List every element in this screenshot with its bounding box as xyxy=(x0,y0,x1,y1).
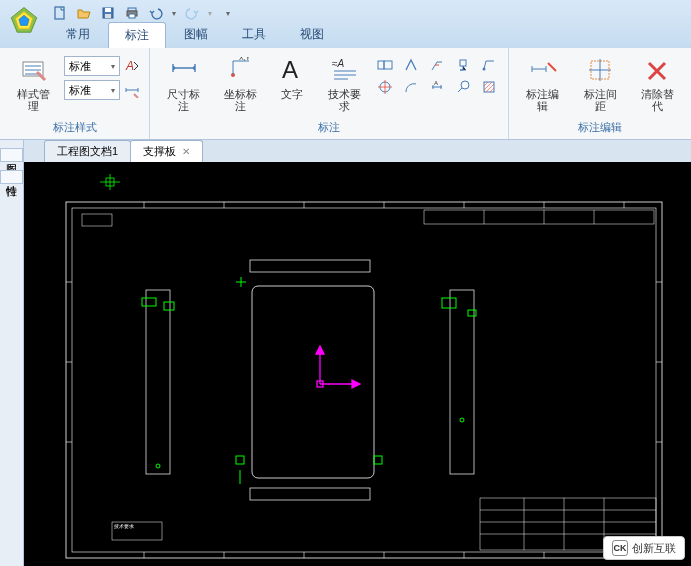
new-file-icon[interactable] xyxy=(52,5,68,21)
svg-rect-61 xyxy=(250,260,370,272)
style-manage-icon xyxy=(17,54,49,86)
arc-icon[interactable] xyxy=(402,78,420,96)
svg-rect-18 xyxy=(460,60,466,66)
svg-point-19 xyxy=(483,68,486,71)
doc-tab-1[interactable]: 工程图文档1 xyxy=(44,140,131,162)
group-edit-label: 标注编辑 xyxy=(517,120,683,137)
undo-dropdown-icon[interactable]: ▾ xyxy=(172,9,176,18)
watermark-badge-icon: CK xyxy=(612,540,628,556)
svg-rect-67 xyxy=(442,298,456,308)
svg-rect-73 xyxy=(374,456,382,464)
svg-marker-79 xyxy=(352,380,360,388)
balloon-icon[interactable] xyxy=(454,78,472,96)
dimension-label: 尺寸标注 xyxy=(162,88,205,112)
svg-rect-71 xyxy=(236,456,244,464)
svg-text:≈A: ≈A xyxy=(332,58,344,69)
dimension-icon xyxy=(168,54,200,86)
svg-point-22 xyxy=(461,81,469,89)
svg-rect-23 xyxy=(484,82,494,92)
dim-style-icon[interactable] xyxy=(123,81,141,99)
svg-text:A: A xyxy=(125,59,134,73)
center-icon[interactable] xyxy=(376,78,394,96)
app-logo-icon[interactable] xyxy=(4,2,44,42)
tab-view[interactable]: 视图 xyxy=(284,22,340,48)
tolerance-icon[interactable] xyxy=(376,56,394,74)
tab-drawing[interactable]: 图幅 xyxy=(168,22,224,48)
dimension-button[interactable]: 尺寸标注 xyxy=(158,52,209,114)
ribbon-group-annotate: 尺寸标注 X,Y 坐标标注 A 文字 ≈A 技术要求 xyxy=(150,48,509,139)
doc-main: 工程图文档1 支撑板✕ xyxy=(24,140,691,566)
style-manage-button[interactable]: 样式管理 xyxy=(8,52,58,114)
panel-properties[interactable]: 特性 xyxy=(0,170,23,184)
ribbon-group-style: 样式管理 标准 A 标准 标注样式 xyxy=(0,48,150,139)
style-combo-1[interactable]: 标准 xyxy=(64,56,120,76)
svg-point-75 xyxy=(460,418,464,422)
style-combo-2[interactable]: 标准 xyxy=(64,80,120,100)
annot-spacing-label: 标注间距 xyxy=(578,88,621,112)
tab-tools[interactable]: 工具 xyxy=(226,22,282,48)
svg-text:A: A xyxy=(434,80,438,86)
section-icon[interactable]: A xyxy=(428,78,446,96)
group-style-label: 标注样式 xyxy=(8,120,141,137)
svg-rect-25 xyxy=(66,202,662,558)
svg-rect-6 xyxy=(105,14,111,18)
left-panel-strip: 图层 特性 xyxy=(0,140,24,566)
save-icon[interactable] xyxy=(100,5,116,21)
print-icon[interactable] xyxy=(124,5,140,21)
svg-text:A: A xyxy=(282,56,298,83)
svg-marker-77 xyxy=(316,346,324,354)
text-icon: A xyxy=(276,54,308,86)
clear-replace-button[interactable]: 清除替代 xyxy=(632,52,683,114)
redo-dropdown-icon[interactable]: ▾ xyxy=(208,9,212,18)
redo-icon[interactable] xyxy=(184,5,200,21)
tech-req-label: 技术要求 xyxy=(323,88,366,112)
svg-rect-68 xyxy=(468,310,476,316)
text-button[interactable]: A 文字 xyxy=(271,52,313,102)
quick-access-toolbar: ▾ ▾ ▾ xyxy=(52,2,230,24)
hatch-icon[interactable] xyxy=(480,78,498,96)
close-tab-icon[interactable]: ✕ xyxy=(182,146,190,157)
qat-customize-icon[interactable]: ▾ xyxy=(226,9,230,18)
document-area: 图层 特性 工程图文档1 支撑板✕ xyxy=(0,140,691,566)
ribbon-tabs: 常用 标注 图幅 工具 视图 xyxy=(50,22,340,48)
svg-text:技术要求: 技术要求 xyxy=(113,523,134,529)
open-file-icon[interactable] xyxy=(76,5,92,21)
annotation-tools-grid: A xyxy=(376,56,500,96)
weld-icon[interactable] xyxy=(428,56,446,74)
drawing-canvas[interactable]: 技术要求 xyxy=(24,162,691,566)
style-manage-label: 样式管理 xyxy=(12,88,54,112)
svg-point-74 xyxy=(156,464,160,468)
document-tabs: 工程图文档1 支撑板✕ xyxy=(24,140,691,162)
tab-annotation[interactable]: 标注 xyxy=(108,22,166,48)
doc-tab-2[interactable]: 支撑板✕ xyxy=(130,140,203,162)
svg-rect-5 xyxy=(105,8,111,12)
svg-rect-16 xyxy=(378,61,384,69)
svg-text:X,Y: X,Y xyxy=(239,57,251,61)
svg-rect-64 xyxy=(450,290,474,474)
watermark-text: 创新互联 xyxy=(632,541,676,556)
svg-rect-48 xyxy=(424,210,654,224)
svg-rect-17 xyxy=(384,61,392,69)
coordinate-label: 坐标标注 xyxy=(219,88,262,112)
ribbon-group-edit: 标注编辑 标注间距 清除替代 标注编辑 xyxy=(509,48,691,139)
roughness-icon[interactable] xyxy=(402,56,420,74)
clear-replace-icon xyxy=(641,54,673,86)
annot-edit-button[interactable]: 标注编辑 xyxy=(517,52,568,114)
text-style-icon[interactable]: A xyxy=(123,57,141,75)
annot-spacing-button[interactable]: 标注间距 xyxy=(574,52,625,114)
svg-rect-62 xyxy=(250,488,370,500)
ribbon: 样式管理 标准 A 标准 标注样式 尺寸标注 X,Y xyxy=(0,48,691,140)
undo-icon[interactable] xyxy=(148,5,164,21)
panel-layers[interactable]: 图层 xyxy=(0,148,23,162)
leader-icon[interactable] xyxy=(480,56,498,74)
group-annotate-label: 标注 xyxy=(158,120,500,137)
svg-rect-65 xyxy=(142,298,156,306)
tab-common[interactable]: 常用 xyxy=(50,22,106,48)
text-label: 文字 xyxy=(281,88,303,100)
watermark: CK 创新互联 xyxy=(603,536,685,560)
datum-icon[interactable] xyxy=(454,56,472,74)
svg-rect-9 xyxy=(129,14,135,18)
svg-rect-26 xyxy=(72,208,656,552)
coordinate-button[interactable]: X,Y 坐标标注 xyxy=(215,52,266,114)
tech-req-button[interactable]: ≈A 技术要求 xyxy=(319,52,370,114)
